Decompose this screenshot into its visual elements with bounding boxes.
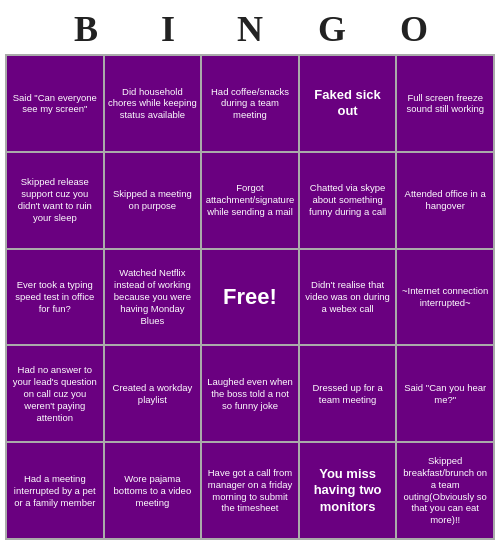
bingo-cell-13[interactable]: Didn't realise that video was on during … (300, 250, 396, 345)
bingo-cell-5[interactable]: Skipped release support cuz you didn't w… (7, 153, 103, 248)
bingo-cell-23[interactable]: You miss having two monitors (300, 443, 396, 538)
bingo-cell-18[interactable]: Dressed up for a team meeting (300, 346, 396, 441)
bingo-letter-g: G (291, 8, 373, 50)
bingo-cell-22[interactable]: Have got a call from manager on a friday… (202, 443, 298, 538)
bingo-cell-3[interactable]: Faked sick out (300, 56, 396, 151)
bingo-cell-4[interactable]: Full screen freeze sound still working (397, 56, 493, 151)
bingo-cell-17[interactable]: Laughed even when the boss told a not so… (202, 346, 298, 441)
bingo-cell-0[interactable]: Said "Can everyone see my screen" (7, 56, 103, 151)
bingo-cell-6[interactable]: Skipped a meeting on purpose (105, 153, 201, 248)
bingo-header: BINGO (0, 0, 500, 54)
bingo-cell-16[interactable]: Created a workday playlist (105, 346, 201, 441)
bingo-letter-o: O (373, 8, 455, 50)
bingo-letter-n: N (209, 8, 291, 50)
bingo-letter-i: I (127, 8, 209, 50)
bingo-cell-7[interactable]: Forgot attachment/signature while sendin… (202, 153, 298, 248)
bingo-cell-21[interactable]: Wore pajama bottoms to a video meeting (105, 443, 201, 538)
bingo-cell-1[interactable]: Did household chores while keeping statu… (105, 56, 201, 151)
bingo-cell-19[interactable]: Said "Can you hear me?" (397, 346, 493, 441)
bingo-cell-11[interactable]: Watched Netflix instead of working becau… (105, 250, 201, 345)
bingo-cell-14[interactable]: ~Internet connection interrupted~ (397, 250, 493, 345)
bingo-cell-24[interactable]: Skipped breakfast/brunch on a team outin… (397, 443, 493, 538)
bingo-cell-15[interactable]: Had no answer to your lead's question on… (7, 346, 103, 441)
bingo-cell-10[interactable]: Ever took a typing speed test in office … (7, 250, 103, 345)
bingo-cell-9[interactable]: Attended office in a hangover (397, 153, 493, 248)
bingo-cell-20[interactable]: Had a meeting interrupted by a pet or a … (7, 443, 103, 538)
bingo-letter-b: B (45, 8, 127, 50)
free-cell[interactable]: Free! (202, 250, 298, 345)
bingo-cell-2[interactable]: Had coffee/snacks during a team meeting (202, 56, 298, 151)
bingo-grid: Said "Can everyone see my screen"Did hou… (5, 54, 495, 540)
bingo-cell-8[interactable]: Chatted via skype about something funny … (300, 153, 396, 248)
